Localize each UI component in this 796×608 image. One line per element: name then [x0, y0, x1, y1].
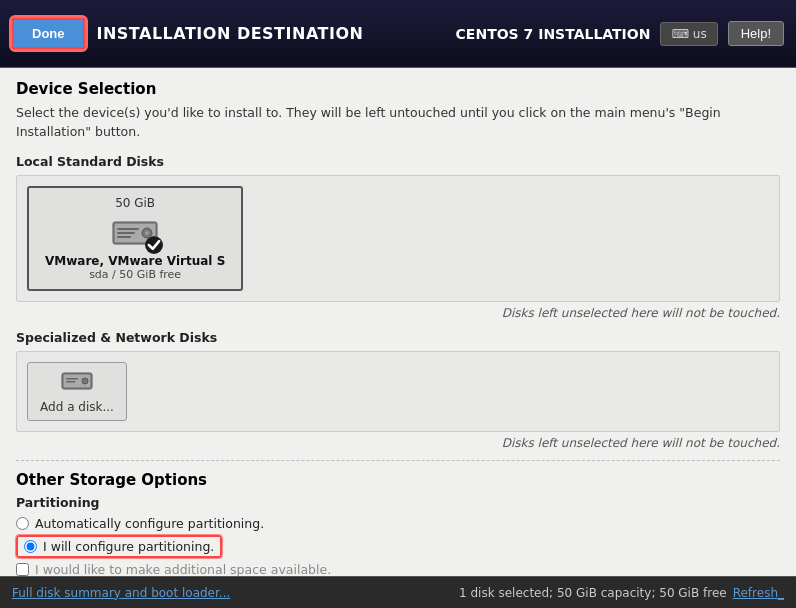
svg-point-12: [82, 378, 88, 384]
specialized-label: Specialized & Network Disks: [16, 330, 780, 345]
help-button[interactable]: Help!: [728, 21, 784, 46]
disk-summary-link[interactable]: Full disk summary and boot loader...: [12, 586, 230, 600]
local-disks-label: Local Standard Disks: [16, 154, 780, 169]
svg-rect-5: [117, 232, 135, 234]
auto-partition-row: Automatically configure partitioning.: [16, 516, 780, 531]
other-storage-title: Other Storage Options: [16, 471, 780, 489]
add-disk-card[interactable]: Add a disk...: [27, 362, 127, 421]
device-selection-desc: Select the device(s) you'd like to insta…: [16, 104, 780, 142]
header-left: Done INSTALLATION DESTINATION: [12, 18, 363, 49]
space-available-row: I would like to make additional space av…: [16, 562, 780, 577]
header-right: CENTOS 7 INSTALLATION ⌨ us Help!: [456, 21, 784, 46]
install-title: CENTOS 7 INSTALLATION: [456, 26, 651, 42]
footer-status: 1 disk selected; 50 GiB capacity; 50 GiB…: [459, 586, 784, 600]
manual-partition-radio[interactable]: [24, 540, 37, 553]
header: Done INSTALLATION DESTINATION CENTOS 7 I…: [0, 0, 796, 68]
auto-partition-label: Automatically configure partitioning.: [35, 516, 264, 531]
footer: Full disk summary and boot loader... 1 d…: [0, 576, 796, 608]
disk-name: VMware, VMware Virtual S: [45, 254, 225, 268]
divider: [16, 460, 780, 461]
done-button[interactable]: Done: [12, 18, 85, 49]
disk-info: sda / 50 GiB free: [89, 268, 181, 281]
refresh-link[interactable]: Refresh_: [733, 586, 784, 600]
manual-partition-highlighted[interactable]: I will configure partitioning.: [16, 535, 222, 558]
status-text: 1 disk selected; 50 GiB capacity; 50 GiB…: [459, 586, 727, 600]
main-content: Device Selection Select the device(s) yo…: [0, 68, 796, 576]
add-disk-grid: Add a disk...: [16, 351, 780, 432]
device-selection-title: Device Selection: [16, 80, 780, 98]
disk-size: 50 GiB: [115, 196, 155, 210]
local-disk-note: Disks left unselected here will not be t…: [16, 306, 780, 320]
disk-card-vmware[interactable]: 50 GiB V: [27, 186, 243, 291]
partitioning-label: Partitioning: [16, 495, 780, 510]
svg-rect-11: [66, 381, 75, 383]
local-disk-grid: 50 GiB V: [16, 175, 780, 302]
svg-rect-6: [117, 236, 131, 238]
space-available-checkbox[interactable]: [16, 563, 29, 576]
auto-partition-radio[interactable]: [16, 517, 29, 530]
add-disk-icon: [61, 369, 93, 398]
keyboard-icon: ⌨: [671, 27, 688, 41]
svg-rect-4: [117, 228, 139, 230]
manual-partition-label: I will configure partitioning.: [43, 539, 214, 554]
add-disk-label: Add a disk...: [40, 400, 114, 414]
specialized-disk-note: Disks left unselected here will not be t…: [16, 436, 780, 450]
space-available-label: I would like to make additional space av…: [35, 562, 331, 577]
keyboard-badge[interactable]: ⌨ us: [660, 22, 717, 46]
svg-rect-10: [66, 378, 78, 380]
keyboard-label: us: [693, 27, 707, 41]
checkmark-icon: [145, 236, 163, 254]
page-title: INSTALLATION DESTINATION: [97, 24, 364, 43]
disk-icon: [111, 214, 159, 250]
manual-partition-row: I will configure partitioning.: [16, 535, 780, 558]
